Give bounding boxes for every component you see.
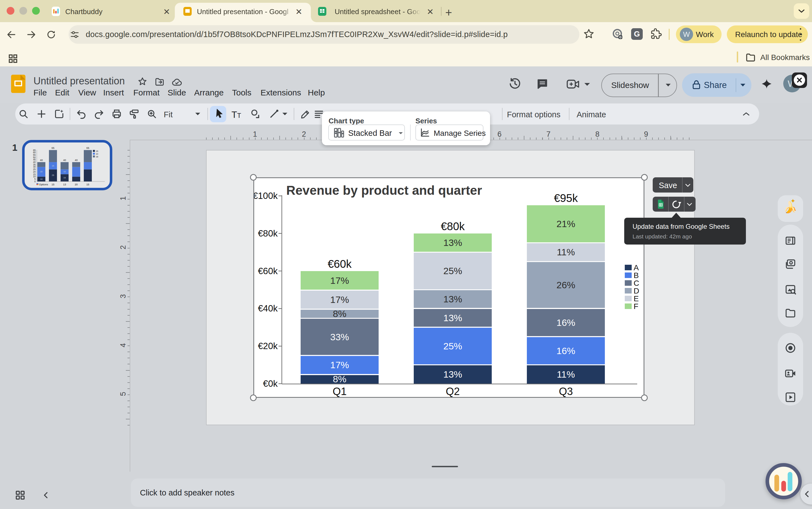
svg-text:€80k: €80k	[258, 228, 278, 238]
svg-text:40: 40	[75, 159, 78, 162]
svg-text:65: 65	[51, 146, 55, 149]
svg-text:A: A	[634, 263, 639, 272]
svg-text:11%: 11%	[557, 247, 575, 257]
svg-text:€100k: €100k	[254, 191, 278, 201]
svg-text:15: 15	[51, 183, 55, 186]
svg-text:40: 40	[63, 159, 66, 162]
svg-text:21%: 21%	[557, 218, 575, 229]
svg-text:17%: 17%	[330, 360, 349, 370]
svg-text:16%: 16%	[557, 317, 575, 328]
svg-text:65: 65	[33, 149, 36, 151]
svg-text:25: 25	[33, 168, 36, 171]
svg-text:18: 18	[96, 156, 98, 158]
svg-text:11%: 11%	[557, 369, 575, 379]
svg-text:15: 15	[63, 176, 66, 179]
svg-text:8%: 8%	[333, 374, 346, 384]
svg-text:25: 25	[52, 174, 54, 176]
svg-text:25%: 25%	[443, 341, 462, 351]
svg-text:10: 10	[40, 178, 42, 180]
svg-text:13%: 13%	[443, 237, 462, 248]
svg-text:40: 40	[40, 159, 43, 162]
svg-text:€40k: €40k	[258, 303, 278, 313]
svg-text:65: 65	[86, 146, 89, 149]
svg-text:15: 15	[52, 165, 54, 167]
svg-text:13%: 13%	[443, 313, 462, 323]
svg-text:26%: 26%	[557, 280, 575, 290]
svg-text:€80k: €80k	[441, 220, 465, 232]
svg-text:17%: 17%	[330, 294, 349, 305]
svg-text:20: 20	[40, 170, 42, 173]
svg-text:10: 10	[96, 153, 98, 155]
svg-text:15: 15	[96, 150, 98, 152]
svg-text:8%: 8%	[333, 308, 346, 319]
svg-text:16%: 16%	[557, 345, 575, 356]
svg-text:E: E	[634, 294, 639, 303]
svg-text:13%: 13%	[443, 369, 462, 379]
svg-text:F: F	[634, 302, 638, 311]
svg-text:Q2: Q2	[446, 386, 460, 397]
svg-text:40: 40	[33, 161, 36, 164]
svg-text:B: B	[634, 271, 639, 280]
svg-text:€20k: €20k	[258, 341, 278, 351]
svg-text:€60k: €60k	[328, 258, 352, 270]
svg-text:€60k: €60k	[258, 266, 278, 276]
svg-text:55: 55	[33, 154, 36, 156]
svg-text:20: 20	[75, 183, 78, 186]
svg-text:13%: 13%	[443, 294, 462, 304]
svg-text:17%: 17%	[330, 275, 349, 286]
svg-text:D: D	[634, 286, 639, 295]
svg-text:20: 20	[33, 170, 36, 173]
svg-text:C: C	[634, 279, 639, 287]
svg-text:10: 10	[63, 170, 66, 173]
svg-text:€0k: €0k	[263, 378, 278, 389]
svg-text:25%: 25%	[443, 266, 462, 276]
svg-text:50: 50	[33, 156, 36, 159]
svg-text:13: 13	[63, 183, 66, 186]
svg-text:15: 15	[86, 183, 89, 186]
svg-text:€95k: €95k	[554, 192, 578, 204]
svg-text:33%: 33%	[330, 332, 349, 342]
svg-text:0: 0	[34, 180, 36, 183]
svg-text:Q3: Q3	[559, 386, 573, 397]
svg-text:35: 35	[33, 163, 36, 166]
svg-text:15: 15	[33, 173, 36, 176]
svg-text:5: 5	[34, 178, 36, 180]
svg-text:Options: Options	[39, 183, 48, 186]
svg-text:Revenue by product and quarter: Revenue by product and quarter	[286, 183, 482, 198]
svg-text:Q1: Q1	[333, 386, 347, 397]
